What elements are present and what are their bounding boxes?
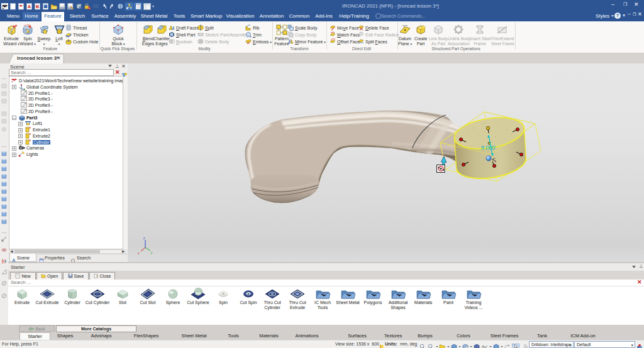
svg-text:9.000: 9.000 bbox=[481, 144, 496, 151]
svg-text:z: z bbox=[143, 236, 145, 240]
svg-text:▾: ▾ bbox=[152, 4, 154, 8]
svg-text:A: A bbox=[28, 4, 31, 9]
svg-text:6y': 6y' bbox=[482, 345, 487, 348]
svg-text:B: B bbox=[36, 4, 40, 9]
svg-text:x: x bbox=[138, 251, 140, 255]
svg-text:y: y bbox=[151, 251, 153, 254]
